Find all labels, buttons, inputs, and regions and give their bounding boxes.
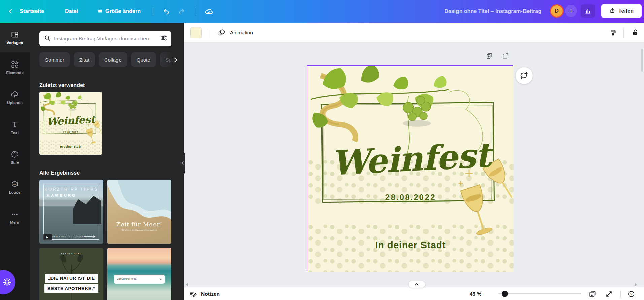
sidebar-item-logos[interactable]: co. Logos	[0, 172, 30, 202]
natur-quote-line2: BESTE APOTHEKE.“	[44, 284, 98, 293]
design-page[interactable]: Weinfest 28.08.2022 In deiner Stadt	[307, 65, 513, 271]
text-icon	[11, 120, 19, 128]
back-icon[interactable]	[8, 9, 13, 14]
template-thumbnail-natur[interactable]: #NATURLIEBE „DIE NATUR IST DIE BESTE APO…	[39, 248, 103, 300]
fullscreen-icon	[605, 290, 613, 298]
sidebar-item-vorlagen[interactable]: Vorlagen	[0, 23, 30, 52]
menu-resize[interactable]: Größe ändern	[98, 8, 141, 14]
hamburg-subtitle: HAMBURG	[47, 193, 76, 197]
unlock-icon	[631, 29, 639, 37]
cloud-saved-icon[interactable]	[205, 8, 213, 15]
duplicate-page-button[interactable]	[486, 52, 494, 61]
expand-pages-handle[interactable]	[409, 281, 425, 288]
pages-view-button[interactable]: 1	[587, 289, 598, 299]
bar-chart-icon	[584, 8, 591, 14]
design-date-text[interactable]: 28.08.2022	[307, 193, 514, 202]
editor-canvas-area: Animation	[184, 23, 644, 300]
scroll-left-arrow[interactable]	[185, 283, 188, 286]
sommer-query: Der Sommer ist da	[117, 278, 136, 280]
share-button[interactable]: Teilen	[601, 4, 642, 18]
sidebar-item-uploads[interactable]: Uploads	[0, 82, 30, 112]
template-thumbnail-sommer[interactable]: Der Sommer ist da	[107, 248, 171, 300]
more-dots-icon	[11, 210, 19, 218]
share-button-label: Teilen	[618, 8, 634, 14]
animation-button[interactable]: Animation	[214, 26, 257, 39]
sidebar-item-elemente[interactable]: Elemente	[0, 52, 30, 82]
notes-label: Notizen	[201, 291, 220, 297]
design-title-text[interactable]: Weinfest	[307, 137, 514, 181]
document-title[interactable]: Design ohne Titel – Instagram-Beitrag	[444, 0, 541, 23]
recent-design-thumbnail[interactable]: Weinfest 28.08.2022 In deiner Stadt	[39, 92, 102, 155]
sidebar-item-text[interactable]: Text	[0, 112, 30, 142]
recent-heading: Zuletzt verwendet	[39, 82, 85, 88]
logos-icon: co.	[11, 180, 19, 188]
animation-icon	[217, 29, 226, 37]
vertical-scrollbar[interactable]	[641, 49, 643, 72]
arrow-right-icon	[84, 235, 96, 238]
add-comment-button[interactable]	[516, 67, 533, 84]
zoom-level[interactable]: 45 %	[470, 287, 481, 300]
weinfest-art-mini: Weinfest 28.08.2022 In deiner Stadt	[39, 92, 102, 155]
template-thumbnail-meer[interactable]: Zeit für Meer! Wir fahren in den Urlaub …	[107, 180, 171, 244]
filter-icon[interactable]	[161, 35, 167, 43]
chevron-left-icon	[181, 161, 184, 165]
sidebar-item-stile[interactable]: Stile	[0, 142, 30, 172]
help-button[interactable]: ?	[626, 289, 637, 299]
menu-startseite[interactable]: Startseite	[20, 8, 44, 14]
add-page-button[interactable]	[502, 52, 509, 61]
starburst-icon	[3, 278, 11, 287]
sidebar-item-mehr[interactable]: Mehr	[0, 202, 30, 232]
svg-text:?: ?	[630, 292, 633, 296]
add-member-button[interactable]: +	[565, 5, 577, 17]
chips-scroll-right[interactable]	[159, 52, 180, 67]
menu-datei[interactable]: Datei	[65, 8, 78, 14]
notes-icon	[190, 291, 197, 297]
object-panel-sidebar: Vorlagen Elemente Uploads Text Stile co.…	[0, 23, 30, 300]
svg-text:co.: co.	[13, 183, 16, 185]
zoom-slider[interactable]	[498, 293, 581, 294]
hamburg-title: KURZTRIPP TIPPS	[39, 187, 103, 192]
redo-icon[interactable]	[179, 8, 185, 14]
toolbar-divider	[623, 28, 624, 38]
help-icon: ?	[627, 290, 635, 298]
palette-icon	[11, 150, 19, 158]
zoom-slider-knob[interactable]	[502, 291, 508, 297]
natur-art: #NATURLIEBE „DIE NATUR IST DIE BESTE APO…	[39, 248, 103, 300]
all-results-heading: Alle Ergebnisse	[39, 170, 80, 176]
top-bar: Startseite Datei Größe ändern Design ohn…	[0, 0, 644, 23]
page-actions	[486, 52, 509, 61]
play-icon: ▶	[43, 234, 52, 240]
undo-icon[interactable]	[163, 8, 169, 14]
search-box	[39, 31, 171, 46]
background-color-swatch[interactable]	[190, 27, 202, 38]
sommer-searchbar-graphic: Der Sommer ist da	[114, 275, 165, 284]
design-city-text[interactable]: In deiner Stadt	[307, 240, 514, 251]
sommer-art: Der Sommer ist da	[107, 248, 171, 300]
copy-style-button[interactable]	[608, 27, 620, 38]
canva-editor: Startseite Datei Größe ändern Design ohn…	[0, 0, 644, 300]
chip-sommer[interactable]: Sommer	[39, 52, 70, 67]
toolbar-divider	[208, 28, 208, 38]
scroll-right-arrow[interactable]	[635, 283, 637, 286]
duplicate-page-icon	[486, 52, 494, 60]
insights-button[interactable]	[581, 4, 595, 18]
chip-zitat[interactable]: Zitat	[74, 52, 95, 67]
natur-hashtag: #NATURLIEBE	[39, 253, 103, 255]
templates-icon	[11, 31, 19, 39]
pages-icon: 1	[588, 290, 597, 298]
search-input[interactable]	[54, 36, 157, 42]
chip-quote[interactable]: Quote	[131, 52, 156, 67]
topbar-divider	[196, 7, 196, 15]
template-thumbnail-hamburg[interactable]: KURZTRIPP TIPPS HAMBURG WWW.SUPERDUPERSE…	[39, 180, 103, 244]
wave-foam	[107, 180, 171, 244]
chevron-right-icon	[173, 57, 178, 63]
chip-collage[interactable]: Collage	[99, 52, 127, 67]
lock-button[interactable]	[629, 27, 641, 38]
notes-button[interactable]: Notizen	[190, 287, 220, 300]
avatar[interactable]: D	[550, 4, 564, 18]
panel-collapse-handle[interactable]	[179, 152, 185, 175]
fullscreen-button[interactable]	[604, 289, 614, 299]
chevron-up-icon	[415, 283, 419, 286]
templates-panel: Sommer Zitat Collage Quote Sport Zuletzt…	[30, 23, 184, 300]
sidebar-label: Stile	[11, 160, 19, 164]
